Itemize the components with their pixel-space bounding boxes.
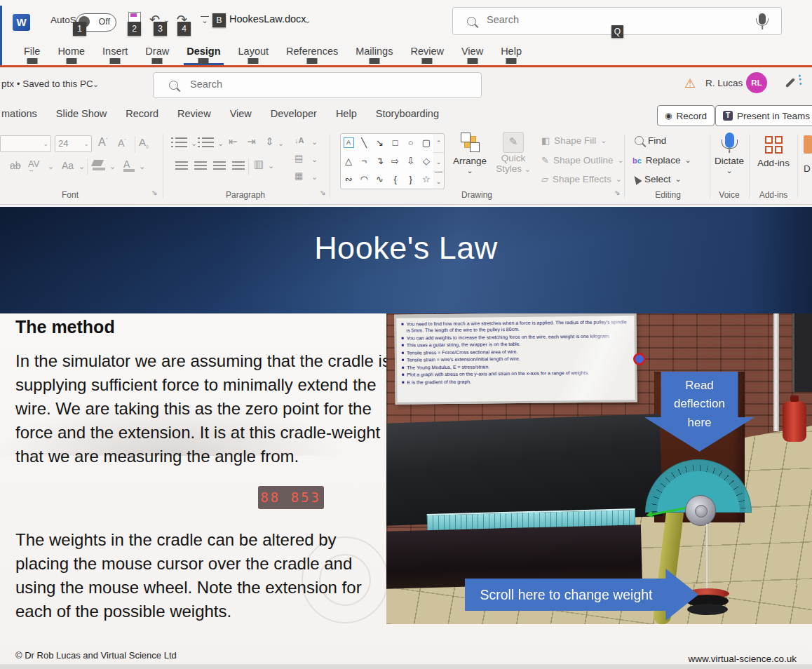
shape-gallery[interactable]: A ╲ ↘ □ ○ ▢ △ ¬ ↴ ⇨ ⇩ ◇ ∾ ◠ ∿ { } ☆: [340, 133, 435, 189]
line-spacing-chevron-icon[interactable]: ⌄: [278, 139, 284, 148]
avatar[interactable]: RL: [746, 72, 767, 93]
shape-gallery-scrollbar[interactable]: ⌃ ⌄ ⌄: [433, 133, 445, 189]
highlight-button[interactable]: [93, 160, 105, 170]
shape-left-brace[interactable]: {: [387, 170, 402, 189]
change-case-button[interactable]: Aa: [62, 160, 74, 171]
align-left-icon[interactable]: [175, 161, 188, 170]
font-color-chevron-icon[interactable]: ⌄: [139, 162, 145, 171]
voice-search-icon[interactable]: [759, 13, 766, 25]
shape-arrow[interactable]: ↘: [372, 134, 387, 152]
font-dialog-launcher[interactable]: ⇘: [151, 189, 157, 196]
bullets-chevron-icon[interactable]: ⌄: [191, 139, 197, 148]
align-center-icon[interactable]: [194, 161, 207, 170]
slide-heading[interactable]: The method: [15, 317, 115, 337]
shape-freeform[interactable]: ◇: [419, 152, 434, 170]
designer-icon[interactable]: [804, 135, 812, 154]
increase-indent-icon[interactable]: ⇥: [247, 135, 256, 148]
font-color-button[interactable]: A: [123, 158, 135, 172]
align-text-icon[interactable]: ▤: [295, 153, 303, 163]
tab-animations[interactable]: mations: [1, 108, 37, 119]
strikethrough-button[interactable]: ab: [10, 160, 21, 171]
find-button[interactable]: Find: [635, 135, 666, 146]
menu-mailings[interactable]: Mailings: [356, 46, 393, 57]
tab-developer[interactable]: Developer: [271, 108, 317, 119]
ppt-search-box[interactable]: [153, 72, 482, 98]
columns-icon[interactable]: ▥: [254, 158, 264, 170]
menu-draw[interactable]: Draw: [145, 46, 169, 57]
menu-help[interactable]: Help: [501, 46, 522, 57]
bullets-button[interactable]: [175, 137, 187, 150]
smartart-icon[interactable]: ▦: [295, 170, 303, 181]
word-search-box[interactable]: Q: [452, 7, 782, 35]
align-right-icon[interactable]: [213, 161, 226, 170]
tab-slide-show[interactable]: Slide Show: [56, 108, 107, 119]
replace-button[interactable]: bc Replace ⌄: [632, 155, 691, 165]
slide-paragraph-1[interactable]: In the simulator we are assuming that th…: [15, 349, 391, 468]
tab-record[interactable]: Record: [126, 108, 158, 119]
spacing-chevron-icon[interactable]: ⌄: [48, 162, 54, 171]
drawing-dialog-launcher[interactable]: ⇘: [614, 189, 620, 196]
tab-storyboarding[interactable]: Storyboarding: [376, 108, 439, 119]
smartart-chevron-icon[interactable]: ⌄: [311, 173, 318, 182]
shape-oval[interactable]: ○: [403, 134, 419, 152]
text-direction-chevron-icon[interactable]: ⌄: [311, 137, 318, 147]
simulator-image[interactable]: You need to find how much a wire stretch…: [386, 313, 812, 624]
user-name[interactable]: R. Lucas: [705, 78, 743, 88]
select-button[interactable]: Select ⌄: [633, 174, 682, 184]
saved-status[interactable]: ptx • Saved to this PC: [1, 79, 93, 89]
line-spacing-icon[interactable]: ⇕: [265, 135, 274, 148]
record-button[interactable]: ◉ Record: [657, 105, 715, 126]
shape-scribble[interactable]: ∾: [341, 170, 356, 189]
dictate-button[interactable]: Dictate ⌄: [711, 133, 747, 175]
slide-canvas[interactable]: Hooke's Law The method In the simulator …: [0, 207, 812, 664]
warning-icon[interactable]: ⚠: [684, 76, 696, 91]
shape-elbow-arrow[interactable]: ↴: [372, 152, 387, 170]
gallery-down-icon[interactable]: ⌄: [433, 153, 444, 172]
shape-down-arrow[interactable]: ⇩: [403, 152, 419, 170]
document-title[interactable]: HookesLaw.docx: [229, 13, 306, 25]
menu-file[interactable]: File: [24, 46, 40, 57]
tab-help[interactable]: Help: [336, 108, 357, 119]
decrease-indent-icon[interactable]: ⇤: [229, 135, 238, 148]
shape-fill-button[interactable]: ◧ Shape Fill ⌄: [541, 135, 607, 146]
highlight-chevron-icon[interactable]: ⌄: [109, 162, 116, 171]
arrange-button[interactable]: Arrange ⌄: [449, 132, 490, 175]
clear-formatting-button[interactable]: A◊: [139, 136, 149, 150]
shape-rounded-rect[interactable]: ▢: [419, 134, 434, 152]
shape-line[interactable]: ╲: [356, 134, 372, 152]
text-direction-icon[interactable]: ↓A: [295, 136, 304, 144]
menu-insert[interactable]: Insert: [102, 46, 128, 57]
editor-wand-icon[interactable]: [789, 77, 792, 91]
word-logo-icon[interactable]: W: [13, 14, 30, 31]
tab-review[interactable]: Review: [177, 108, 211, 119]
shape-curve[interactable]: ∿: [372, 170, 387, 189]
add-ins-button[interactable]: Add-ins: [752, 134, 795, 168]
shape-star[interactable]: ☆: [419, 170, 434, 189]
word-search-input[interactable]: [485, 13, 684, 26]
designer-label[interactable]: D: [804, 163, 811, 174]
tab-view[interactable]: View: [230, 108, 252, 119]
gallery-up-icon[interactable]: ⌃: [433, 134, 444, 153]
shape-right-brace[interactable]: }: [403, 170, 419, 189]
character-spacing-button[interactable]: AV↔: [28, 158, 39, 173]
menu-view[interactable]: View: [461, 46, 483, 57]
case-chevron-icon[interactable]: ⌄: [79, 162, 85, 171]
slide-title[interactable]: Hooke's Law: [0, 230, 812, 266]
present-in-teams-button[interactable]: T Present in Teams: [715, 105, 812, 126]
shape-arc[interactable]: ◠: [356, 170, 372, 189]
font-size-combo[interactable]: 24⌄: [55, 135, 92, 152]
shape-right-arrow[interactable]: ⇨: [387, 152, 402, 170]
menu-review[interactable]: Review: [410, 46, 444, 57]
shape-elbow[interactable]: ¬: [356, 152, 372, 170]
menu-references[interactable]: References: [286, 46, 338, 57]
grow-font-button[interactable]: Aˆ: [98, 136, 107, 149]
title-chevron-icon[interactable]: ⌄: [304, 16, 311, 25]
numbering-button[interactable]: [202, 137, 214, 150]
menu-home[interactable]: Home: [57, 46, 85, 57]
justify-icon[interactable]: [232, 161, 245, 170]
gallery-more-icon[interactable]: ⌄: [435, 172, 442, 191]
shape-effects-button[interactable]: ▱ Shape Effects ⌄: [541, 174, 622, 184]
numbering-chevron-icon[interactable]: ⌄: [217, 139, 224, 148]
ppt-search-input[interactable]: [189, 78, 402, 90]
saved-status-chevron-icon[interactable]: ⌄: [93, 80, 99, 89]
